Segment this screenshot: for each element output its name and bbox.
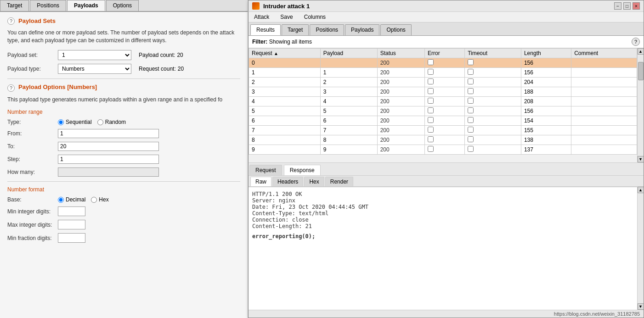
menu-save[interactable]: Save — [278, 13, 294, 21]
payload-count-label: Payload count: — [139, 52, 175, 58]
min-integer-input[interactable] — [58, 206, 85, 216]
filter-bar: Filter: Showing all items ? — [249, 36, 644, 48]
cell-timeout — [465, 58, 521, 68]
table-header: Request ▲ Payload Status Error Timeout L… — [249, 49, 637, 58]
window-menubar: Attack Save Columns — [249, 12, 644, 22]
response-content: HTTP/1.1 200 OKServer: nginxDate: Fri, 2… — [249, 187, 637, 310]
cell-payload: 7 — [320, 126, 377, 135]
tab-positions[interactable]: Positions — [310, 24, 344, 35]
cell-length: 156 — [521, 58, 571, 68]
payload-type-select[interactable]: Numbers — [58, 64, 131, 74]
results-table-scroll[interactable]: Request ▲ Payload Status Error Timeout L… — [249, 48, 637, 162]
min-integer-row: Min integer digits: — [7, 206, 240, 216]
scroll-up-arrow[interactable]: ▲ — [638, 48, 644, 55]
col-length[interactable]: Length — [521, 49, 571, 58]
payload-set-label: Payload set: — [7, 52, 58, 58]
how-many-input[interactable] — [58, 167, 159, 177]
to-input[interactable] — [58, 142, 159, 151]
table-row[interactable]: 2 2 200 204 — [249, 78, 637, 87]
tab-options[interactable]: Options — [380, 24, 411, 35]
cell-request: 5 — [249, 106, 321, 116]
cell-request: 3 — [249, 87, 321, 97]
window-controls: − □ × — [614, 2, 640, 10]
payload-sets-help-icon[interactable]: ? — [7, 17, 15, 25]
maximize-button[interactable]: □ — [623, 2, 631, 10]
sub-tab-render[interactable]: Render — [325, 177, 353, 186]
cell-payload: 9 — [320, 145, 377, 155]
base-row: Base: Decimal Hex — [7, 196, 240, 203]
table-row[interactable]: 3 3 200 188 — [249, 87, 637, 97]
cell-payload: 4 — [320, 97, 377, 106]
col-payload[interactable]: Payload — [320, 49, 377, 58]
sequential-radio[interactable]: Sequential — [58, 119, 92, 125]
col-request[interactable]: Request ▲ — [249, 49, 321, 58]
cell-error — [424, 97, 464, 106]
minimize-button[interactable]: − — [614, 2, 621, 10]
payload-options-title: Payload Options [Numbers] — [18, 84, 97, 90]
sub-tab-headers[interactable]: Headers — [272, 177, 303, 186]
from-input[interactable] — [58, 129, 159, 138]
cell-request: 9 — [249, 145, 321, 155]
close-button[interactable]: × — [633, 2, 640, 10]
menu-columns[interactable]: Columns — [302, 13, 328, 21]
table-row[interactable]: 6 6 200 154 — [249, 116, 637, 126]
step-row: Step: — [7, 155, 240, 164]
sort-arrow-icon: ▲ — [274, 51, 278, 56]
random-radio[interactable]: Random — [97, 119, 126, 125]
window-titlebar: Intruder attack 1 − □ × — [249, 0, 644, 12]
response-scrollbar[interactable]: ▲ ▼ — [637, 187, 644, 310]
hex-radio[interactable]: Hex — [91, 196, 108, 203]
tab-request[interactable]: Request — [249, 165, 282, 175]
table-row[interactable]: 7 7 200 155 — [249, 126, 637, 135]
cell-payload: 2 — [320, 78, 377, 87]
cell-length: 204 — [521, 78, 571, 87]
table-row[interactable]: 4 4 200 208 — [249, 97, 637, 106]
max-integer-input[interactable] — [58, 220, 85, 229]
cell-payload: 5 — [320, 106, 377, 116]
col-timeout[interactable]: Timeout — [465, 49, 521, 58]
step-input[interactable] — [58, 155, 159, 164]
table-row[interactable]: 8 8 200 138 — [249, 135, 637, 145]
resp-scroll-up[interactable]: ▲ — [638, 187, 644, 193]
min-fraction-input[interactable] — [58, 233, 85, 243]
tab-results[interactable]: Results — [250, 24, 281, 35]
payload-options-help-icon[interactable]: ? — [7, 84, 15, 92]
table-row[interactable]: 0 200 156 — [249, 58, 637, 68]
menu-attack[interactable]: Attack — [252, 13, 271, 21]
scroll-down-arrow[interactable]: ▼ — [638, 156, 644, 162]
base-label: Base: — [7, 196, 58, 203]
filter-help-icon[interactable]: ? — [632, 38, 640, 46]
cell-status: 200 — [377, 116, 424, 126]
from-label: From: — [7, 130, 58, 137]
cell-request: 4 — [249, 97, 321, 106]
resp-scroll-down[interactable]: ▼ — [638, 303, 644, 310]
sub-tab-raw[interactable]: Raw — [250, 177, 271, 186]
table-scrollbar[interactable]: ▲ ▼ — [637, 48, 644, 162]
scroll-thumb[interactable] — [638, 62, 644, 80]
sub-tab-hex[interactable]: Hex — [304, 177, 324, 186]
table-row[interactable]: 9 9 200 137 — [249, 145, 637, 155]
col-comment[interactable]: Comment — [571, 49, 637, 58]
cell-status: 200 — [377, 126, 424, 135]
tab-payloads[interactable]: Payloads — [67, 0, 105, 11]
type-row: Type: Sequential Random — [7, 119, 240, 125]
cell-request: 7 — [249, 126, 321, 135]
tab-response[interactable]: Response — [284, 165, 321, 175]
payload-set-select[interactable]: 1 — [58, 50, 131, 60]
cell-timeout — [465, 126, 521, 135]
table-row[interactable]: 1 1 200 156 — [249, 68, 637, 78]
cell-comment — [571, 58, 637, 68]
tab-options[interactable]: Options — [106, 0, 139, 11]
col-error[interactable]: Error — [424, 49, 464, 58]
filter-text: Filter: Showing all items — [252, 39, 312, 45]
col-status[interactable]: Status — [377, 49, 424, 58]
decimal-radio[interactable]: Decimal — [58, 196, 85, 203]
table-row[interactable]: 5 5 200 156 — [249, 106, 637, 116]
bottom-tabs-section: Request Response Raw Headers Hex Render … — [249, 163, 644, 310]
tab-payloads[interactable]: Payloads — [345, 24, 379, 35]
tab-target[interactable]: Target — [282, 24, 309, 35]
cell-length: 154 — [521, 116, 571, 126]
tab-target[interactable]: Target — [0, 0, 29, 11]
cell-timeout — [465, 145, 521, 155]
tab-positions[interactable]: Positions — [30, 0, 66, 11]
